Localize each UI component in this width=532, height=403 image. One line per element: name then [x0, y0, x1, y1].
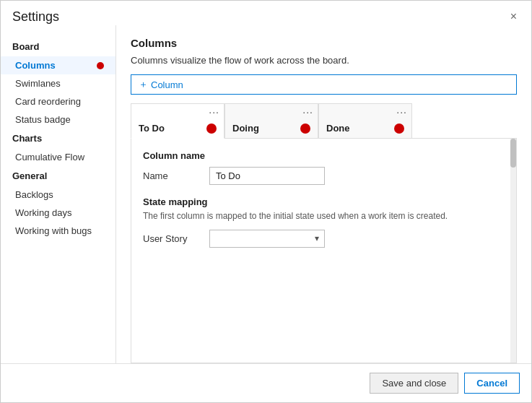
sidebar-item-working-days-label: Working days [15, 207, 72, 218]
user-story-dropdown-wrapper: Active New [209, 230, 325, 248]
dialog-body: Board Columns Swimlanes Card reordering … [1, 25, 531, 363]
section-title: Columns [131, 37, 517, 49]
sidebar-item-general[interactable]: General [1, 166, 115, 186]
sidebar-item-swimlanes-label: Swimlanes [15, 78, 61, 89]
state-mapping-group: State mapping The first column is mapped… [143, 196, 499, 248]
col-tab-doing-menu-icon[interactable]: ··· [302, 106, 313, 118]
sidebar-item-charts[interactable]: Charts [1, 129, 115, 148]
main-content: Columns Columns visualize the flow of wo… [116, 25, 531, 363]
column-name-title: Column name [143, 150, 499, 161]
sidebar-item-card-reordering[interactable]: Card reordering [1, 92, 115, 110]
col-tab-todo-label: To Do [139, 123, 165, 134]
user-story-row: User Story Active New [143, 230, 499, 248]
scrollbar-thumb[interactable] [510, 139, 516, 168]
col-tab-todo-top: ··· [131, 104, 224, 120]
sidebar: Board Columns Swimlanes Card reordering … [1, 25, 116, 363]
col-tab-doing-label: Doing [232, 123, 259, 134]
col-tab-todo-menu-icon[interactable]: ··· [209, 106, 219, 118]
sidebar-item-backlogs[interactable]: Backlogs [1, 186, 115, 204]
sidebar-item-columns-label: Columns [15, 60, 56, 71]
col-tab-done-top: ··· [319, 104, 411, 120]
add-column-button[interactable]: ＋ Column [131, 74, 517, 95]
col-tab-doing-error [300, 124, 310, 134]
save-and-close-button[interactable]: Save and close [370, 373, 458, 394]
sidebar-item-status-badge[interactable]: Status badge [1, 110, 115, 129]
columns-error-indicator [97, 62, 104, 69]
column-tab-done[interactable]: ··· Done [318, 103, 412, 138]
user-story-label: User Story [143, 233, 201, 244]
dialog-header: Settings × [1, 1, 531, 25]
sidebar-item-cumulative-flow[interactable]: Cumulative Flow [1, 148, 115, 166]
sidebar-item-status-badge-label: Status badge [15, 114, 71, 125]
col-tab-done-error [394, 124, 404, 134]
content-area: Columns Columns visualize the flow of wo… [116, 25, 531, 363]
scrollbar[interactable] [510, 139, 516, 363]
name-form-row: Name [143, 167, 499, 185]
panel-scroll: Column name Name State mapping The first… [131, 139, 510, 363]
dialog-footer: Save and close Cancel [1, 363, 531, 402]
state-mapping-title: State mapping [143, 196, 499, 207]
sidebar-item-columns[interactable]: Columns [1, 56, 115, 74]
col-tab-done-menu-icon[interactable]: ··· [396, 106, 407, 118]
sidebar-item-backlogs-label: Backlogs [15, 189, 53, 200]
name-label: Name [143, 170, 201, 181]
columns-tabs: ··· To Do ··· Doing [131, 103, 517, 139]
state-mapping-desc: The first column is mapped to the initia… [143, 210, 499, 222]
col-tab-doing-main: Doing [225, 120, 318, 138]
sidebar-item-board[interactable]: Board [1, 37, 115, 56]
section-desc: Columns visualize the flow of work acros… [131, 55, 517, 66]
col-tab-todo-error [206, 124, 217, 134]
cancel-button[interactable]: Cancel [464, 373, 520, 394]
col-tab-done-label: Done [326, 123, 350, 134]
column-tab-doing[interactable]: ··· Doing [224, 103, 318, 138]
user-story-select[interactable]: Active New [209, 230, 325, 248]
col-tab-todo-main: To Do [131, 120, 224, 138]
close-button[interactable]: × [507, 8, 520, 25]
col-tab-done-main: Done [319, 120, 411, 138]
sidebar-item-swimlanes[interactable]: Swimlanes [1, 74, 115, 92]
sidebar-item-cumulative-flow-label: Cumulative Flow [15, 152, 84, 162]
sidebar-item-working-with-bugs[interactable]: Working with bugs [1, 222, 115, 240]
column-tab-todo[interactable]: ··· To Do [131, 103, 224, 139]
sidebar-item-card-reordering-label: Card reordering [15, 96, 81, 107]
dialog-title: Settings [12, 9, 59, 25]
name-input[interactable] [209, 167, 325, 185]
sidebar-item-working-days[interactable]: Working days [1, 204, 115, 222]
column-name-group: Column name Name [143, 150, 499, 185]
col-tab-doing-top: ··· [225, 104, 318, 120]
sidebar-item-working-with-bugs-label: Working with bugs [15, 225, 92, 236]
plus-icon: ＋ [139, 78, 148, 91]
add-column-label: Column [151, 79, 183, 90]
